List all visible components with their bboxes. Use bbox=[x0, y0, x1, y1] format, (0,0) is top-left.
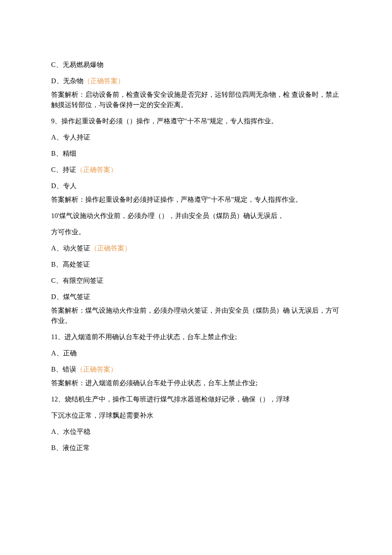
q10-option-a: A、动火签证（正确答案） bbox=[51, 243, 341, 253]
q9-option-c: C、持证（正确答案） bbox=[51, 165, 341, 175]
q9-correct-answer-label: （正确答案） bbox=[76, 166, 117, 173]
q11-option-b-text: B、错误 bbox=[51, 366, 76, 373]
q12-option-a: A、水位平稳 bbox=[51, 427, 341, 437]
q12-question-line1: 12、烧结机生产中，操作工每班进行煤气排水器巡检做好记录，确保（），浮球 bbox=[51, 394, 341, 404]
q9-question: 9、操作起重设备时必须（）操作，严格遵守"十不吊''规定，专人指挥作业。 bbox=[51, 116, 341, 126]
q9-option-d: D、专人 bbox=[51, 181, 341, 191]
q10-explanation: 答案解析：煤气设施动火作业前，必须办理动火签证，并由安全员（煤防员）确 认无误后… bbox=[51, 305, 341, 326]
q12-question-line2: 下沉水位正常，浮球飘起需要补水 bbox=[51, 410, 341, 421]
q11-correct-answer-label: （正确答案） bbox=[76, 366, 117, 373]
q9-option-a: A、专人持证 bbox=[51, 132, 341, 142]
q8-correct-answer-label: （正确答案） bbox=[84, 77, 124, 84]
q12-option-b: B、液位正常 bbox=[51, 443, 341, 453]
q8-option-d: D、无杂物（正确答案） bbox=[51, 76, 341, 86]
q10-option-d: D、煤气签证 bbox=[51, 292, 341, 302]
q9-explanation: 答案解析：操作起重设备时必须持证操作，严格遵守"十不吊"规定，专人指挥作业。 bbox=[51, 195, 341, 205]
q10-option-b: B、高处签证 bbox=[51, 259, 341, 270]
q10-option-c: C、有限空间签证 bbox=[51, 276, 341, 286]
q11-option-a: A、正确 bbox=[51, 348, 341, 358]
q11-question: 11、进入烟道前不用确认台车处于停止状态，台车上禁止作业; bbox=[51, 332, 341, 342]
q10-correct-answer-label: （正确答案） bbox=[90, 244, 131, 252]
q10-question-line1: 10'煤气设施动火作业前，必须办理（），并由安全员（煤防员）确认无误后， bbox=[51, 211, 341, 221]
q11-option-b: B、错误（正确答案） bbox=[51, 364, 341, 375]
q9-option-b: B、精细 bbox=[51, 148, 341, 159]
q9-option-c-text: C、持证 bbox=[51, 166, 76, 173]
q10-question-line2: 方可作业。 bbox=[51, 227, 341, 237]
q8-option-c: C、无易燃易爆物 bbox=[51, 60, 341, 70]
q8-option-d-text: D、无杂物 bbox=[51, 77, 84, 84]
q11-explanation: 答案解析：进入烟道前必须确认台车处于停止状态，台车上禁止作业; bbox=[51, 378, 341, 388]
q8-explanation: 答案解析：启动设备前，检查设备安全设施是否完好，运转部位四周无杂物，检 查设备时… bbox=[51, 90, 341, 110]
q10-option-a-text: A、动火签证 bbox=[51, 244, 90, 252]
